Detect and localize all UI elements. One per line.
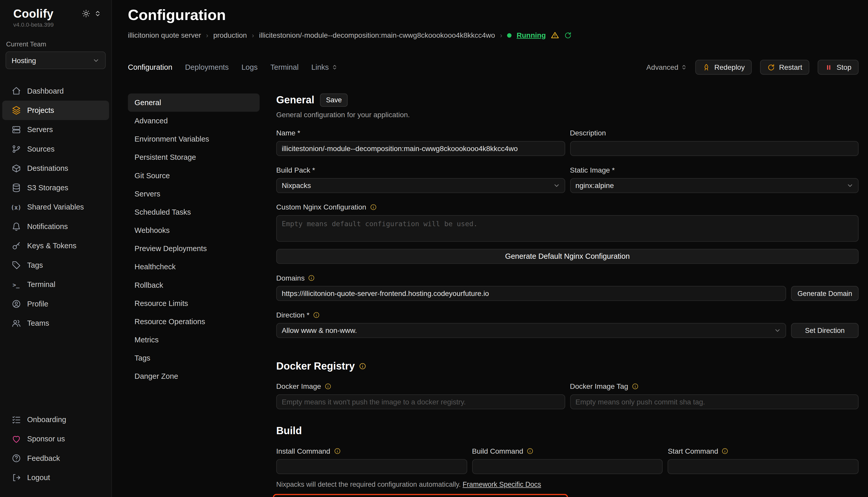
info-icon [325,383,332,390]
sidebar-item-label: Logout [27,473,50,482]
tab-links[interactable]: Links [311,63,337,71]
app-version: v4.0.0-beta.399 [13,21,111,28]
subnav-item-resource-operations[interactable]: Resource Operations [128,313,260,331]
sidebar-item-destinations[interactable]: Destinations [2,159,109,178]
restart-button[interactable]: Restart [760,60,810,75]
generate-nginx-button[interactable]: Generate Default Nginx Configuration [276,249,858,264]
direction-select[interactable]: Allow www & non-www. [276,323,786,338]
nginx-config-textarea[interactable] [276,215,858,242]
breadcrumb-application[interactable]: illicitestonion/-module--decomposition:m… [259,31,495,39]
sidebar-item-logout[interactable]: Logout [2,468,109,487]
section-heading-docker-registry: Docker Registry [276,360,858,372]
info-icon [334,448,341,455]
tab-terminal[interactable]: Terminal [270,63,299,71]
framework-docs-link[interactable]: Framework Specific Docs [463,481,541,488]
user-icon [11,299,21,309]
docker-image-tag-input[interactable] [570,394,859,409]
theme-sun-icon[interactable] [82,10,90,18]
home-icon [11,86,21,96]
breadcrumb-project[interactable]: illicitonion quote server [128,31,201,39]
tab-configuration[interactable]: Configuration [128,63,172,71]
box-icon [11,164,21,173]
name-input[interactable] [276,141,565,156]
subnav-item-webhooks[interactable]: Webhooks [128,221,260,240]
sidebar-item-notifications[interactable]: Notifications [2,217,109,236]
sidebar-item-feedback[interactable]: Feedback [2,449,109,468]
sidebar-item-servers[interactable]: Servers [2,120,109,139]
settings-subnav: General Advanced Environment Variables P… [128,94,260,386]
subnav-item-rollback[interactable]: Rollback [128,276,260,294]
sidebar-item-onboarding[interactable]: Onboarding [2,410,109,429]
generate-domain-button[interactable]: Generate Domain [791,286,858,301]
git-branch-icon [11,144,21,154]
install-command-input[interactable] [276,459,467,474]
description-input[interactable] [570,141,859,156]
sidebar-item-terminal[interactable]: >_ Terminal [2,275,109,294]
subnav-item-scheduled-tasks[interactable]: Scheduled Tasks [128,203,260,221]
unfold-icon [332,64,338,70]
info-icon [527,448,534,455]
subnav-item-preview-deployments[interactable]: Preview Deployments [128,240,260,258]
build-command-label: Build Command [472,447,523,455]
docker-image-label: Docker Image [276,382,321,390]
subnav-item-general[interactable]: General [128,94,260,112]
sidebar-item-sponsor[interactable]: Sponsor us [2,429,109,449]
sidebar-item-tags[interactable]: Tags [2,255,109,275]
sidebar-item-s3-storages[interactable]: S3 Storages [2,178,109,197]
subnav-item-resource-limits[interactable]: Resource Limits [128,294,260,312]
subnav-item-danger-zone[interactable]: Danger Zone [128,367,260,385]
subnav-item-metrics[interactable]: Metrics [128,331,260,349]
build-pack-select[interactable]: Nixpacks [276,178,565,193]
tab-deployments[interactable]: Deployments [185,63,229,71]
sidebar-item-dashboard[interactable]: Dashboard [2,81,109,101]
subnav-item-persistent-storage[interactable]: Persistent Storage [128,148,260,167]
subnav-item-git-source[interactable]: Git Source [128,167,260,185]
rocket-icon [703,63,711,71]
version-switcher-icon[interactable] [94,10,101,17]
sidebar-item-label: Shared Variables [27,203,84,211]
nginx-config-label: Custom Nginx Configuration [276,203,366,211]
sidebar-item-keys-tokens[interactable]: Keys & Tokens [2,236,109,255]
users-icon [11,318,21,328]
sidebar-item-sources[interactable]: Sources [2,140,109,159]
chevron-down-icon [846,182,854,189]
advanced-select[interactable]: Advanced [646,63,687,71]
sidebar-item-projects[interactable]: Projects [2,101,109,120]
domains-input[interactable] [276,286,786,301]
team-select[interactable]: Hosting [6,52,106,69]
refresh-icon[interactable] [564,31,572,39]
breadcrumb-environment[interactable]: production [213,31,247,39]
static-image-label: Static Image * [570,166,615,174]
sidebar-item-label: Profile [27,300,49,308]
subnav-item-advanced[interactable]: Advanced [128,112,260,130]
set-direction-button[interactable]: Set Direction [791,323,858,338]
subnav-item-healthcheck[interactable]: Healthcheck [128,258,260,276]
stop-button[interactable]: Stop [818,60,858,75]
layers-icon [11,105,21,115]
status-running-link[interactable]: Running [516,31,546,39]
current-team-label: Current Team [6,40,106,48]
sidebar-item-label: Teams [27,319,49,327]
subnav-item-servers[interactable]: Servers [128,185,260,203]
build-command-input[interactable] [472,459,663,474]
sidebar-item-label: Keys & Tokens [27,242,77,250]
tab-logs[interactable]: Logs [242,63,258,71]
start-command-input[interactable] [668,459,858,474]
redeploy-button[interactable]: Redeploy [695,60,752,75]
sidebar-item-profile[interactable]: Profile [2,294,109,313]
warning-icon [551,31,559,39]
docker-image-input[interactable] [276,394,565,409]
sidebar-footer: Onboarding Sponsor us Feedback Logout [0,410,111,497]
server-icon [11,125,21,134]
sidebar-item-teams[interactable]: Teams [2,314,109,333]
info-icon [359,363,366,370]
page-title: Configuration [128,7,858,24]
chevron-down-icon [92,57,100,64]
static-image-select[interactable]: nginx:alpine [570,178,859,193]
subnav-item-environment-variables[interactable]: Environment Variables [128,130,260,148]
sidebar-item-shared-variables[interactable]: (x) Shared Variables [2,197,109,217]
subnav-item-tags[interactable]: Tags [128,349,260,367]
key-icon [11,241,21,251]
team-select-value: Hosting [12,56,36,65]
save-button[interactable]: Save [320,94,348,107]
